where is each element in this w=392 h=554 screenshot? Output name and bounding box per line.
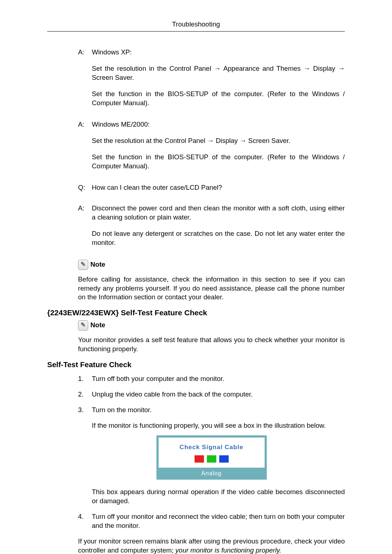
note-icon: ✎ [78,320,88,331]
color-square-green [207,455,216,463]
list-number: 2. [78,390,92,399]
qa-label: A: [78,48,92,115]
list-number: 4. [78,512,92,530]
dialog-mode-label: Analog [158,469,266,479]
list-text: Turn on the monitor. [92,406,345,415]
list-item: 3. Turn on the monitor. If the monitor i… [78,406,345,430]
qa-text: Set the function in the BIOS-SETUP of th… [92,153,345,171]
qa-text: Disconnect the power cord and then clean… [92,204,345,222]
qa-text: Set the resolution at the Control Panel … [92,136,345,145]
list-number: 3. [78,406,92,430]
page-header: Troubleshooting [47,20,345,31]
note-block: ✎ Note [78,320,345,331]
qa-text: Set the resolution in the Control Panel … [92,64,345,82]
qa-text: Windows XP: [92,48,345,57]
qa-label: A: [78,120,92,178]
list-number: 1. [78,374,92,383]
note-block: ✎ Note [78,260,345,270]
section-text: Your monitor provides a self test featur… [47,336,345,354]
qa-label: A: [78,204,92,255]
closing-text: If your monitor screen remains blank aft… [47,537,345,554]
monitor-dialog: Check Signal Cable Analog [156,435,267,480]
list-text: If the monitor is functioning properly, … [92,421,345,430]
qa-entry: A: Disconnect the power cord and then cl… [78,204,345,255]
list-item: This box appears during normal operation… [78,488,345,506]
qa-entry: A: Windows ME/2000: Set the resolution a… [78,120,345,178]
list-number [78,488,92,506]
closing-italic: your monitor is functioning properly. [175,546,281,554]
color-square-blue [219,455,229,463]
section-heading: {2243EW/2243EWX} Self-Test Feature Check [47,308,345,318]
note-icon: ✎ [78,260,88,270]
qa-text: Windows ME/2000: [92,120,345,129]
color-indicators [162,455,262,463]
qa-label: Q: [78,183,92,199]
qa-text: Do not leave any detergent or scratches … [92,229,345,247]
subsection-heading: Self-Test Feature Check [47,360,345,370]
list-text: Unplug the video cable from the back of … [92,390,345,399]
qa-entry: Q: How can I clean the outer case/LCD Pa… [78,183,345,199]
note-label: Note [90,260,105,269]
qa-text: How can I clean the outer case/LCD Panel… [92,183,345,192]
list-text: This box appears during normal operation… [92,488,345,506]
list-item: 1. Turn off both your computer and the m… [78,374,345,383]
dialog-title: Check Signal Cable [162,443,262,452]
note-label: Note [90,321,105,330]
qa-text: Set the function in the BIOS-SETUP of th… [92,90,345,108]
list-text: Turn off both your computer and the moni… [92,374,345,383]
color-square-red [195,455,204,463]
qa-entry: A: Windows XP: Set the resolution in the… [78,48,345,115]
list-item: 2. Unplug the video cable from the back … [78,390,345,399]
list-item: 4. Turn off your monitor and reconnect t… [78,512,345,530]
list-text: Turn off your monitor and reconnect the … [92,512,345,530]
note-text: Before calling for assistance, check the… [47,275,345,302]
